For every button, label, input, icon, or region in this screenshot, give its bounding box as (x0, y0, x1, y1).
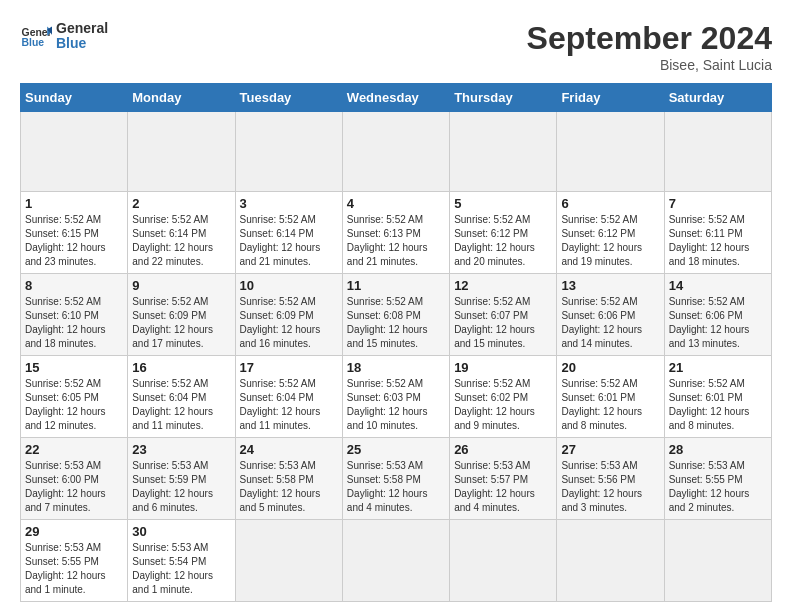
calendar-week-2: 8Sunrise: 5:52 AM Sunset: 6:10 PM Daylig… (21, 274, 772, 356)
day-number: 20 (561, 360, 659, 375)
day-number: 12 (454, 278, 552, 293)
day-info: Sunrise: 5:52 AM Sunset: 6:06 PM Dayligh… (669, 295, 767, 351)
day-number: 18 (347, 360, 445, 375)
day-number: 9 (132, 278, 230, 293)
calendar-cell: 22Sunrise: 5:53 AM Sunset: 6:00 PM Dayli… (21, 438, 128, 520)
calendar-week-0 (21, 112, 772, 192)
day-number: 30 (132, 524, 230, 539)
day-info: Sunrise: 5:52 AM Sunset: 6:14 PM Dayligh… (240, 213, 338, 269)
day-info: Sunrise: 5:53 AM Sunset: 6:00 PM Dayligh… (25, 459, 123, 515)
day-number: 10 (240, 278, 338, 293)
calendar-cell (128, 112, 235, 192)
day-info: Sunrise: 5:52 AM Sunset: 6:01 PM Dayligh… (561, 377, 659, 433)
title-area: September 2024 Bisee, Saint Lucia (527, 20, 772, 73)
calendar-cell (664, 520, 771, 602)
day-info: Sunrise: 5:52 AM Sunset: 6:04 PM Dayligh… (240, 377, 338, 433)
calendar-cell: 14Sunrise: 5:52 AM Sunset: 6:06 PM Dayli… (664, 274, 771, 356)
day-info: Sunrise: 5:52 AM Sunset: 6:10 PM Dayligh… (25, 295, 123, 351)
day-number: 22 (25, 442, 123, 457)
day-info: Sunrise: 5:52 AM Sunset: 6:02 PM Dayligh… (454, 377, 552, 433)
day-info: Sunrise: 5:52 AM Sunset: 6:12 PM Dayligh… (454, 213, 552, 269)
day-number: 27 (561, 442, 659, 457)
weekday-header-saturday: Saturday (664, 84, 771, 112)
calendar-cell (342, 112, 449, 192)
day-number: 6 (561, 196, 659, 211)
day-info: Sunrise: 5:52 AM Sunset: 6:04 PM Dayligh… (132, 377, 230, 433)
day-info: Sunrise: 5:52 AM Sunset: 6:08 PM Dayligh… (347, 295, 445, 351)
calendar-cell (557, 520, 664, 602)
calendar-cell: 28Sunrise: 5:53 AM Sunset: 5:55 PM Dayli… (664, 438, 771, 520)
day-info: Sunrise: 5:53 AM Sunset: 5:54 PM Dayligh… (132, 541, 230, 597)
day-number: 8 (25, 278, 123, 293)
calendar-cell: 18Sunrise: 5:52 AM Sunset: 6:03 PM Dayli… (342, 356, 449, 438)
calendar-cell (450, 112, 557, 192)
day-info: Sunrise: 5:52 AM Sunset: 6:13 PM Dayligh… (347, 213, 445, 269)
day-number: 26 (454, 442, 552, 457)
day-info: Sunrise: 5:52 AM Sunset: 6:06 PM Dayligh… (561, 295, 659, 351)
calendar-cell: 23Sunrise: 5:53 AM Sunset: 5:59 PM Dayli… (128, 438, 235, 520)
day-number: 25 (347, 442, 445, 457)
logo-blue: Blue (56, 36, 108, 51)
calendar-cell: 3Sunrise: 5:52 AM Sunset: 6:14 PM Daylig… (235, 192, 342, 274)
weekday-header-wednesday: Wednesday (342, 84, 449, 112)
calendar-cell: 6Sunrise: 5:52 AM Sunset: 6:12 PM Daylig… (557, 192, 664, 274)
day-info: Sunrise: 5:52 AM Sunset: 6:12 PM Dayligh… (561, 213, 659, 269)
calendar-cell: 25Sunrise: 5:53 AM Sunset: 5:58 PM Dayli… (342, 438, 449, 520)
day-number: 11 (347, 278, 445, 293)
weekday-header-row: SundayMondayTuesdayWednesdayThursdayFrid… (21, 84, 772, 112)
calendar-cell: 30Sunrise: 5:53 AM Sunset: 5:54 PM Dayli… (128, 520, 235, 602)
calendar-cell: 11Sunrise: 5:52 AM Sunset: 6:08 PM Dayli… (342, 274, 449, 356)
calendar-cell (235, 520, 342, 602)
weekday-header-thursday: Thursday (450, 84, 557, 112)
calendar-cell: 2Sunrise: 5:52 AM Sunset: 6:14 PM Daylig… (128, 192, 235, 274)
day-info: Sunrise: 5:53 AM Sunset: 5:55 PM Dayligh… (669, 459, 767, 515)
calendar-cell: 17Sunrise: 5:52 AM Sunset: 6:04 PM Dayli… (235, 356, 342, 438)
calendar-week-3: 15Sunrise: 5:52 AM Sunset: 6:05 PM Dayli… (21, 356, 772, 438)
day-info: Sunrise: 5:52 AM Sunset: 6:11 PM Dayligh… (669, 213, 767, 269)
day-info: Sunrise: 5:52 AM Sunset: 6:09 PM Dayligh… (240, 295, 338, 351)
day-number: 29 (25, 524, 123, 539)
day-info: Sunrise: 5:52 AM Sunset: 6:09 PM Dayligh… (132, 295, 230, 351)
day-number: 1 (25, 196, 123, 211)
calendar-cell: 13Sunrise: 5:52 AM Sunset: 6:06 PM Dayli… (557, 274, 664, 356)
day-number: 19 (454, 360, 552, 375)
day-number: 15 (25, 360, 123, 375)
logo: General Blue General Blue (20, 20, 108, 52)
day-number: 13 (561, 278, 659, 293)
calendar-cell: 10Sunrise: 5:52 AM Sunset: 6:09 PM Dayli… (235, 274, 342, 356)
calendar-cell: 20Sunrise: 5:52 AM Sunset: 6:01 PM Dayli… (557, 356, 664, 438)
calendar-cell: 16Sunrise: 5:52 AM Sunset: 6:04 PM Dayli… (128, 356, 235, 438)
calendar-cell (557, 112, 664, 192)
day-number: 5 (454, 196, 552, 211)
day-info: Sunrise: 5:52 AM Sunset: 6:05 PM Dayligh… (25, 377, 123, 433)
calendar-cell: 27Sunrise: 5:53 AM Sunset: 5:56 PM Dayli… (557, 438, 664, 520)
calendar-cell: 8Sunrise: 5:52 AM Sunset: 6:10 PM Daylig… (21, 274, 128, 356)
calendar-table: SundayMondayTuesdayWednesdayThursdayFrid… (20, 83, 772, 602)
calendar-week-1: 1Sunrise: 5:52 AM Sunset: 6:15 PM Daylig… (21, 192, 772, 274)
day-number: 16 (132, 360, 230, 375)
day-info: Sunrise: 5:52 AM Sunset: 6:14 PM Dayligh… (132, 213, 230, 269)
calendar-cell (21, 112, 128, 192)
weekday-header-friday: Friday (557, 84, 664, 112)
day-number: 4 (347, 196, 445, 211)
svg-text:Blue: Blue (22, 37, 45, 48)
calendar-cell (235, 112, 342, 192)
day-number: 2 (132, 196, 230, 211)
day-info: Sunrise: 5:52 AM Sunset: 6:07 PM Dayligh… (454, 295, 552, 351)
calendar-cell: 29Sunrise: 5:53 AM Sunset: 5:55 PM Dayli… (21, 520, 128, 602)
page-header: General Blue General Blue September 2024… (20, 20, 772, 73)
day-number: 14 (669, 278, 767, 293)
day-info: Sunrise: 5:53 AM Sunset: 5:56 PM Dayligh… (561, 459, 659, 515)
day-number: 24 (240, 442, 338, 457)
day-number: 23 (132, 442, 230, 457)
day-number: 28 (669, 442, 767, 457)
calendar-cell: 5Sunrise: 5:52 AM Sunset: 6:12 PM Daylig… (450, 192, 557, 274)
day-info: Sunrise: 5:53 AM Sunset: 5:58 PM Dayligh… (240, 459, 338, 515)
weekday-header-monday: Monday (128, 84, 235, 112)
day-number: 3 (240, 196, 338, 211)
day-info: Sunrise: 5:53 AM Sunset: 5:55 PM Dayligh… (25, 541, 123, 597)
day-number: 21 (669, 360, 767, 375)
calendar-cell: 12Sunrise: 5:52 AM Sunset: 6:07 PM Dayli… (450, 274, 557, 356)
day-info: Sunrise: 5:52 AM Sunset: 6:01 PM Dayligh… (669, 377, 767, 433)
location-title: Bisee, Saint Lucia (527, 57, 772, 73)
